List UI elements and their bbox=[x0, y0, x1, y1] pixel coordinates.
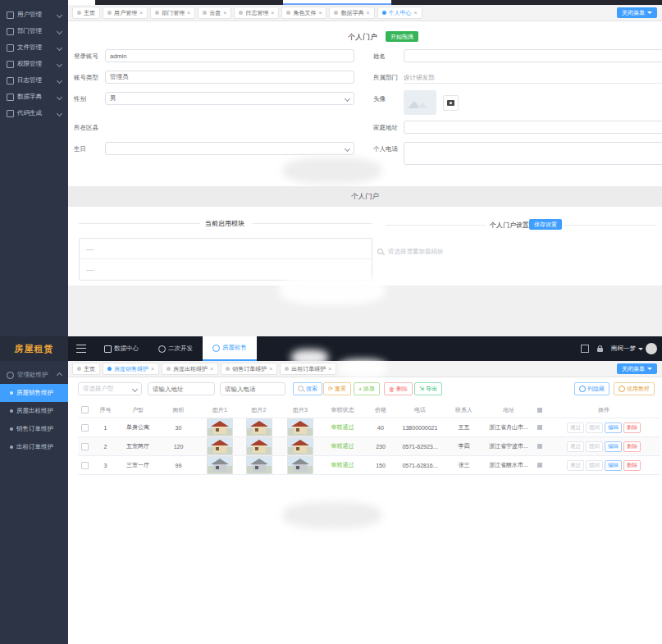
delete-row-button[interactable]: 删除 bbox=[623, 441, 641, 452]
close-icon[interactable]: × bbox=[271, 10, 274, 16]
approve-button[interactable]: 通过 bbox=[567, 422, 584, 433]
close-icon[interactable]: × bbox=[139, 10, 143, 16]
sidebar-group-mgmt-office[interactable]: 管理处维护 bbox=[0, 366, 68, 384]
search-button[interactable]: 搜索 bbox=[293, 382, 322, 395]
approve-button[interactable]: 通过 bbox=[567, 460, 584, 471]
tab-house-sale[interactable]: 房屋销售维护× bbox=[103, 363, 159, 375]
bullet-icon bbox=[10, 427, 13, 431]
tab-log-mgmt[interactable]: 日志管理× bbox=[234, 7, 279, 19]
hamburger-icon[interactable] bbox=[76, 345, 86, 353]
tab-home[interactable]: 主页 bbox=[72, 7, 100, 19]
tutorial-button[interactable]: 使用教程 bbox=[614, 382, 655, 395]
house-photo[interactable] bbox=[207, 456, 233, 474]
start-drag-button[interactable]: 开始拖拽 bbox=[386, 31, 418, 42]
house-photo[interactable] bbox=[287, 418, 313, 436]
sidebar-item-file-mgmt[interactable]: 文件管理 bbox=[0, 39, 68, 56]
close-icon[interactable]: × bbox=[414, 10, 418, 16]
avatar-image[interactable] bbox=[404, 90, 436, 115]
cell-type: 五室两厅 bbox=[120, 437, 156, 456]
edit-button[interactable]: 编辑 bbox=[605, 441, 622, 452]
close-icon[interactable]: × bbox=[187, 10, 190, 16]
upload-avatar-button[interactable] bbox=[443, 95, 459, 111]
address-input[interactable] bbox=[148, 382, 215, 395]
sidebar-item-perm-mgmt[interactable]: 权限管理 bbox=[0, 56, 68, 72]
tab-role-file[interactable]: 角色文件× bbox=[281, 7, 326, 19]
home-address-input[interactable] bbox=[404, 121, 662, 134]
tab-user-mgmt[interactable]: 用户管理× bbox=[103, 7, 148, 19]
phone-input[interactable] bbox=[220, 382, 285, 395]
sidebar-item-rent-orders[interactable]: 出租订单维护 bbox=[0, 438, 68, 456]
tab-cloud[interactable]: 云盘× bbox=[198, 7, 231, 19]
close-icon[interactable]: × bbox=[151, 366, 154, 372]
close-icon[interactable]: × bbox=[366, 10, 369, 16]
sidebar-item-dict[interactable]: 数据字典 bbox=[0, 89, 68, 105]
nav-item-secondary-dev[interactable]: 二次开发 bbox=[148, 336, 203, 361]
user-menu[interactable]: 南柯一梦 bbox=[611, 343, 657, 354]
close-icon[interactable]: × bbox=[210, 366, 213, 372]
birthday-input[interactable] bbox=[105, 142, 354, 155]
reset-button[interactable]: ⟳重置 bbox=[323, 382, 351, 395]
row-checkbox[interactable] bbox=[81, 443, 89, 450]
nav-item-data-center[interactable]: 数据中心 bbox=[94, 336, 148, 361]
tab-house-rent[interactable]: 房屋出租维护× bbox=[162, 363, 218, 375]
edit-button[interactable]: 编辑 bbox=[605, 460, 622, 471]
col-header-status: 审核状态 bbox=[322, 402, 363, 418]
select-all-checkbox[interactable] bbox=[81, 406, 89, 413]
code-icon bbox=[7, 110, 14, 117]
close-menu-button[interactable]: 关闭菜单 bbox=[617, 363, 657, 374]
house-photo[interactable] bbox=[246, 437, 272, 455]
close-icon[interactable]: × bbox=[269, 366, 272, 372]
column-hide-button[interactable]: 列隐藏 bbox=[574, 382, 609, 395]
module-item[interactable]: ---- bbox=[80, 239, 372, 259]
tab-home[interactable]: 主页 bbox=[72, 363, 100, 375]
sidebar-item-sale-orders[interactable]: 销售订单维护 bbox=[0, 420, 68, 438]
sidebar-item-user-mgmt[interactable]: 用户管理 bbox=[0, 7, 68, 23]
sidebar-item-house-rent[interactable]: 房屋出租维护 bbox=[0, 402, 68, 420]
reject-button[interactable]: 驳回 bbox=[586, 460, 603, 471]
personal-phone-textarea[interactable] bbox=[404, 142, 662, 165]
status-badge: 审核通过 bbox=[322, 418, 363, 437]
tab-personal-center[interactable]: 个人中心× bbox=[377, 7, 422, 19]
sidebar-item-house-sale[interactable]: 房屋销售维护 bbox=[0, 384, 68, 402]
tab-sale-orders[interactable]: 销售订单维护× bbox=[221, 363, 277, 375]
house-photo[interactable] bbox=[207, 418, 233, 436]
tab-dept-mgmt[interactable]: 部门管理× bbox=[150, 7, 195, 19]
close-menu-button[interactable]: 关闭菜单 bbox=[617, 7, 657, 18]
tab-rent-orders[interactable]: 出租订单维护× bbox=[280, 363, 336, 375]
gender-select[interactable]: 男 bbox=[105, 92, 354, 105]
row-checkbox[interactable] bbox=[81, 462, 89, 469]
edit-button[interactable]: 编辑 bbox=[605, 422, 622, 433]
sidebar-item-codegen[interactable]: 代码生成 bbox=[0, 105, 68, 121]
delete-row-button[interactable]: 删除 bbox=[623, 422, 641, 433]
reject-button[interactable]: 驳回 bbox=[586, 422, 603, 433]
close-icon[interactable]: × bbox=[318, 10, 322, 16]
house-photo[interactable] bbox=[246, 418, 272, 436]
close-icon[interactable]: × bbox=[328, 366, 331, 372]
house-photo[interactable] bbox=[287, 437, 313, 455]
tab-dict[interactable]: 数据字典× bbox=[329, 7, 374, 19]
sidebar-item-log-mgmt[interactable]: 日志管理 bbox=[0, 72, 68, 89]
login-input[interactable] bbox=[105, 49, 354, 62]
sidebar-item-dept-mgmt[interactable]: 部门管理 bbox=[0, 23, 68, 39]
row-checkbox[interactable] bbox=[81, 424, 89, 432]
delete-button[interactable]: 🗑删除 bbox=[384, 382, 413, 395]
add-button[interactable]: +添加 bbox=[354, 382, 380, 395]
house-photo[interactable] bbox=[287, 456, 313, 474]
house-photo[interactable] bbox=[207, 437, 233, 455]
status-badge: 审核通过 bbox=[322, 437, 363, 456]
export-button[interactable]: ⇲导出 bbox=[414, 382, 442, 395]
close-icon[interactable]: × bbox=[223, 10, 226, 16]
fullscreen-icon[interactable] bbox=[581, 345, 589, 353]
lock-icon[interactable] bbox=[597, 348, 603, 352]
account-type-input[interactable] bbox=[105, 71, 354, 84]
nav-item-house-rental[interactable]: 房屋租售 bbox=[203, 336, 257, 361]
house-type-select[interactable]: 请选择户型 bbox=[78, 382, 142, 395]
save-settings-button[interactable]: 保存设置 bbox=[529, 219, 562, 230]
name-input[interactable] bbox=[404, 49, 662, 62]
house-photo[interactable] bbox=[246, 456, 272, 474]
module-search[interactable]: 请选择需要加载模块 bbox=[377, 248, 444, 256]
clipped-column bbox=[537, 408, 542, 413]
reject-button[interactable]: 驳回 bbox=[586, 441, 603, 452]
delete-row-button[interactable]: 删除 bbox=[623, 460, 641, 471]
approve-button[interactable]: 通过 bbox=[567, 441, 584, 452]
